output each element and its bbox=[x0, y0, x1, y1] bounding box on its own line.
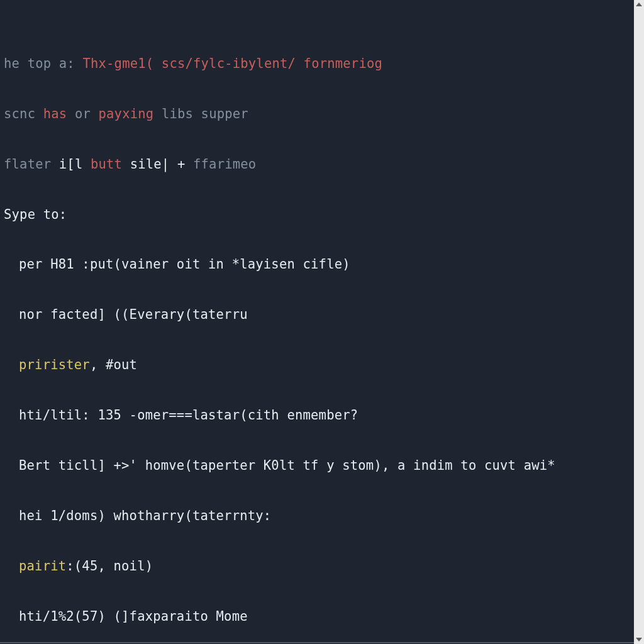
code-line: he top a: Thx-gme1( scs/fylc-ibylent/ fo… bbox=[1, 55, 634, 72]
code-line: hti/ltil: 135 -omer===lastar(cith enmemb… bbox=[1, 407, 634, 424]
code-line: hti/1%2(57) (]faxparaito Mome bbox=[1, 608, 634, 625]
code-line: Bert ticll] +>' homve(taperter K0lt tf y… bbox=[1, 457, 634, 474]
code-line: nor facted] ((Everary(taterru bbox=[1, 306, 634, 323]
code-line: scnc has or payxing libs supper bbox=[1, 106, 634, 123]
code-line: flater i[l butt sile| + ffarimeo bbox=[1, 156, 634, 173]
scroll-down-icon[interactable] bbox=[636, 638, 642, 641]
code-line: pairit:(45, noil) bbox=[1, 558, 634, 575]
code-line: per H81 :put(vainer oit in *layisen cifl… bbox=[1, 256, 634, 273]
vertical-scrollbar[interactable] bbox=[634, 0, 644, 644]
code-line: pririster, #out bbox=[1, 357, 634, 374]
code-line: hei 1/doms) whotharry(taterrnty: bbox=[1, 508, 634, 525]
divider bbox=[0, 642, 634, 643]
code-line: Sype to: bbox=[1, 206, 634, 223]
scroll-up-icon[interactable] bbox=[636, 3, 642, 6]
terminal-viewport[interactable]: he top a: Thx-gme1( scs/fylc-ibylent/ fo… bbox=[0, 0, 634, 644]
